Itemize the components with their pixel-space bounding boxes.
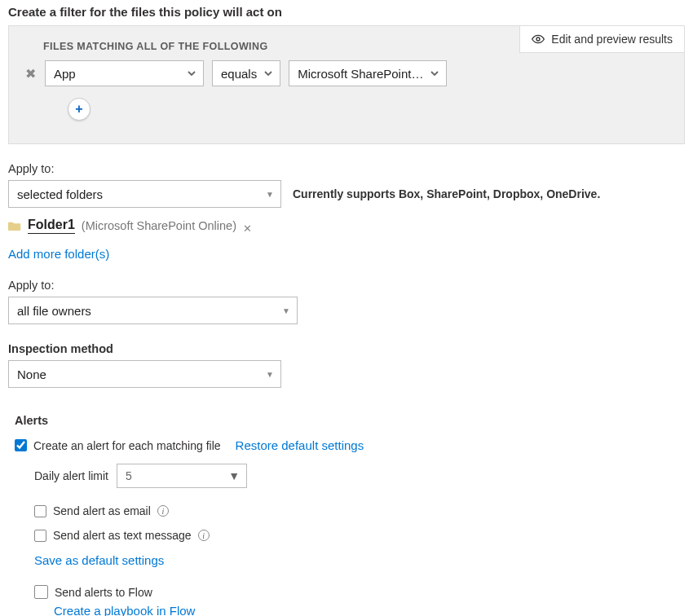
apply-folders-select[interactable]: selected folders ▼ xyxy=(8,180,281,208)
filter-value-select[interactable]: Microsoft SharePoint… xyxy=(289,60,447,86)
filter-operator-select[interactable]: equals xyxy=(212,60,280,86)
send-email-checkbox[interactable] xyxy=(34,505,46,517)
create-alert-row: Create an alert for each matching file R… xyxy=(15,438,685,452)
folder-name[interactable]: Folder1 xyxy=(28,218,75,234)
add-filter-button[interactable]: + xyxy=(68,98,90,121)
send-text-checkbox[interactable] xyxy=(34,530,46,542)
apply-owners-label: Apply to: xyxy=(8,279,685,292)
triangle-down-icon: ▼ xyxy=(266,190,274,199)
daily-limit-value: 5 xyxy=(126,469,132,482)
send-flow-checkbox[interactable] xyxy=(34,585,48,599)
send-flow-label: Send alerts to Flow xyxy=(55,586,152,599)
apply-folders-value: selected folders xyxy=(17,187,103,201)
folder-source: (Microsoft SharePoint Online) xyxy=(82,219,236,232)
remove-folder-icon[interactable]: ✕ xyxy=(243,222,252,235)
remove-filter-icon[interactable]: ✖ xyxy=(24,66,37,81)
inspection-label: Inspection method xyxy=(8,342,685,355)
filter-field-select[interactable]: App xyxy=(45,60,204,86)
send-text-label: Send alert as text message xyxy=(53,529,192,542)
send-email-label: Send alert as email xyxy=(53,504,151,517)
triangle-down-icon: ▼ xyxy=(282,306,290,315)
inspection-select[interactable]: None ▼ xyxy=(8,360,281,388)
create-alert-checkbox[interactable] xyxy=(15,439,27,451)
filter-value-text: Microsoft SharePoint… xyxy=(298,67,423,81)
filter-field-value: App xyxy=(54,67,76,81)
send-text-row: Send alert as text message i xyxy=(34,529,685,542)
daily-limit-select[interactable]: 5 ▼ xyxy=(117,464,247,488)
eye-icon xyxy=(532,33,545,46)
apply-folders-label: Apply to: xyxy=(8,162,685,175)
apply-owners-select[interactable]: all file owners ▼ xyxy=(8,297,298,324)
triangle-down-icon: ▼ xyxy=(266,370,274,379)
chevron-down-icon xyxy=(263,67,273,81)
chevron-down-icon xyxy=(187,67,196,81)
selected-folder-row: Folder1 (Microsoft SharePoint Online) ✕ xyxy=(8,218,685,234)
save-defaults-link[interactable]: Save as default settings xyxy=(34,553,685,567)
triangle-down-icon: ▼ xyxy=(228,469,240,482)
filter-row: ✖ App equals Microsoft SharePoint… xyxy=(24,60,669,86)
folder-icon xyxy=(8,221,21,231)
daily-limit-label: Daily alert limit xyxy=(34,469,108,482)
edit-preview-button[interactable]: Edit and preview results xyxy=(519,25,685,53)
inspection-value: None xyxy=(17,367,46,381)
info-icon[interactable]: i xyxy=(157,505,169,517)
apply-owners-value: all file owners xyxy=(17,304,91,318)
apply-folders-hint: Currently supports Box, SharePoint, Drop… xyxy=(293,187,600,200)
send-flow-row: Send alerts to Flow xyxy=(34,585,685,599)
restore-defaults-link[interactable]: Restore default settings xyxy=(236,438,364,452)
chevron-down-icon xyxy=(430,67,439,81)
daily-limit-row: Daily alert limit 5 ▼ xyxy=(34,464,685,488)
add-more-folders-link[interactable]: Add more folder(s) xyxy=(8,247,685,261)
create-alert-label: Create an alert for each matching file xyxy=(33,439,221,452)
filter-operator-value: equals xyxy=(221,67,257,81)
send-email-row: Send alert as email i xyxy=(34,504,685,517)
page-title: Create a filter for the files this polic… xyxy=(8,5,685,19)
plus-icon: + xyxy=(75,103,82,116)
filter-panel: Edit and preview results FILES MATCHING … xyxy=(8,25,685,144)
svg-point-0 xyxy=(536,37,540,41)
create-playbook-link[interactable]: Create a playbook in Flow xyxy=(54,604,685,616)
edit-preview-label: Edit and preview results xyxy=(551,33,673,46)
alerts-heading: Alerts xyxy=(15,414,685,427)
info-icon[interactable]: i xyxy=(198,530,210,541)
